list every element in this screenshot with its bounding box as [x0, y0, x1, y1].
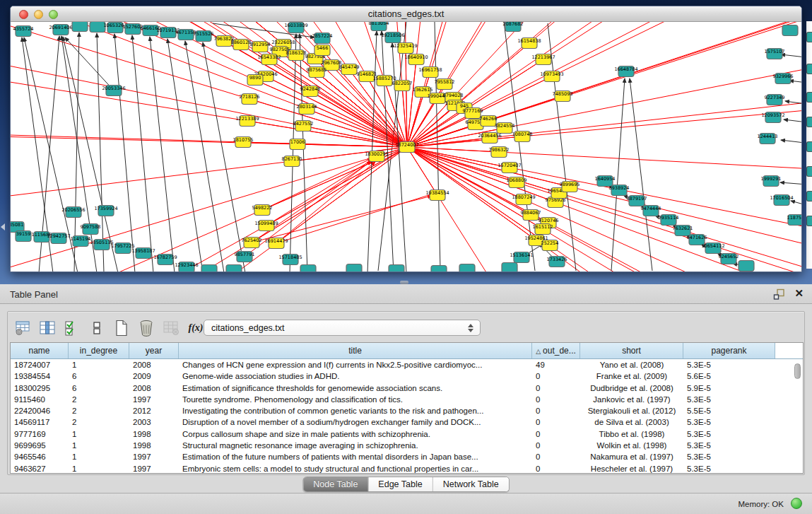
- table-row[interactable]: 946554611997Estimation of the future num…: [11, 451, 803, 462]
- graph-node-label: 15099489: [254, 221, 278, 226]
- graph-node: [806, 117, 812, 127]
- graph-svg[interactable]: 1872400779638228860128891295423226058982…: [11, 22, 802, 272]
- table-cell: 5.3E-5: [683, 463, 775, 474]
- tab-network-table[interactable]: Network Table: [433, 477, 509, 491]
- table-cell: 9115460: [11, 394, 69, 405]
- table-cell: 1998: [129, 428, 179, 440]
- graph-node[interactable]: [346, 264, 362, 273]
- column-header-title[interactable]: title: [179, 343, 532, 358]
- close-panel-icon[interactable]: ✕: [794, 287, 804, 300]
- column-header-short[interactable]: short: [580, 343, 683, 358]
- table-settings-icon[interactable]: [13, 319, 32, 337]
- graph-node-label: 9890: [249, 75, 261, 81]
- select-rows-icon[interactable]: [63, 319, 81, 337]
- graph-node-label: 9227349: [765, 95, 785, 100]
- table-cell: 5.5E-5: [683, 405, 775, 416]
- graph-node-label: 12942757: [47, 233, 70, 239]
- tab-edge-table[interactable]: Edge Table: [368, 477, 433, 491]
- graph-node-label: 7632621: [673, 226, 693, 231]
- table-row[interactable]: 1830029562008Estimation of significance …: [11, 382, 803, 394]
- graph-node[interactable]: [502, 263, 517, 273]
- table-select-dropdown[interactable]: citations_edges.txt: [204, 320, 481, 336]
- table-row[interactable]: 2242004622012Investigating the contribut…: [11, 405, 803, 416]
- fx-label: f(x): [189, 322, 204, 334]
- graph-node[interactable]: [72, 22, 88, 32]
- memory-status-label: Memory: OK: [738, 500, 784, 508]
- graph-node-label: 1733426: [547, 257, 567, 262]
- function-icon[interactable]: f(x): [187, 319, 205, 337]
- graph-node[interactable]: [431, 266, 447, 273]
- rows-icon[interactable]: [88, 319, 106, 337]
- header-filler: [775, 343, 803, 358]
- graph-node[interactable]: [459, 264, 475, 273]
- float-panel-icon[interactable]: [773, 288, 785, 300]
- table-scrollbar[interactable]: [794, 362, 801, 474]
- table-cell: 5.3E-5: [683, 428, 775, 440]
- graph-node-label: 1999291: [761, 176, 782, 182]
- table-cell: Tibbo et al. (1998): [580, 428, 683, 440]
- graph-node[interactable]: [782, 25, 798, 36]
- table-row[interactable]: 969969511998Structural magnetic resonanc…: [11, 440, 803, 451]
- node-attribute-table[interactable]: namein_degreeyeartitle△out_de...shortpag…: [10, 342, 804, 474]
- graph-node-label: 17006: [290, 139, 305, 145]
- table-panel-body: f(x) citations_edges.txt namein_degreeye…: [7, 311, 805, 475]
- graph-node-label: 8454749: [339, 64, 360, 70]
- table-row[interactable]: 977716911998Corpus callosum shape and si…: [11, 428, 803, 440]
- column-header-pagerank[interactable]: pagerank: [683, 343, 775, 358]
- window-title: citations_edges.txt: [11, 8, 801, 19]
- table-cell: 18300295: [11, 382, 69, 394]
- graph-node-label: 6879197: [627, 196, 647, 201]
- table-row[interactable]: 1938455462009Genome-wide association stu…: [11, 370, 803, 382]
- graph-node-label: 2803144: [297, 104, 317, 110]
- table-cell: Disruption of a novel member of a sodium…: [179, 416, 532, 428]
- table-row[interactable]: 946362711997Embryonic stem cells: a mode…: [11, 463, 803, 474]
- table-cell: 2008: [129, 382, 179, 394]
- scrollbar-thumb[interactable]: [794, 363, 801, 379]
- table-row[interactable]: 1456911722003Disruption of a novel membe…: [11, 416, 803, 428]
- graph-node-label: 9329966: [773, 74, 794, 79]
- table-cell: de Silva et al. (2003): [580, 416, 683, 428]
- network-window-titlebar[interactable]: citations_edges.txt: [11, 6, 801, 22]
- graph-node-label: 12325419: [394, 43, 417, 49]
- column-header-year[interactable]: year: [129, 343, 179, 358]
- graph-node[interactable]: [739, 261, 754, 271]
- graph-node-label: 23226058: [271, 40, 295, 45]
- table-cell: 2: [69, 405, 129, 416]
- tab-node-table[interactable]: Node Table: [303, 477, 368, 491]
- graph-node-label: 9899695: [560, 182, 580, 187]
- new-table-icon[interactable]: [112, 319, 131, 337]
- table-type-tabbar: Node TableEdge TableNetwork Table: [0, 477, 812, 493]
- background-network-strip: [806, 21, 812, 269]
- graph-node[interactable]: [389, 265, 404, 273]
- graph-node-label: 1362615: [413, 87, 433, 93]
- graph-node[interactable]: [226, 265, 242, 273]
- table-cell: Changes of HCN gene expression and I(f) …: [179, 359, 532, 370]
- table-cell: Franke et al. (2009): [580, 370, 683, 382]
- collapse-arrow-icon[interactable]: [1, 223, 5, 230]
- table-cell: Investigating the contribution of common…: [179, 405, 532, 416]
- table-row[interactable]: 1872400712008Changes of HCN gene express…: [11, 359, 803, 370]
- graph-node-label: 16914479: [264, 238, 288, 244]
- column-header-name[interactable]: name: [11, 343, 69, 358]
- column-edit-icon[interactable]: [38, 319, 57, 337]
- column-header-indegree[interactable]: in_degree: [69, 343, 129, 358]
- graph-node-label: 9120746: [539, 218, 559, 223]
- table-row[interactable]: 911546021997Tourette syndrome. Phenomeno…: [11, 394, 803, 405]
- graph-node-label: 20206556: [61, 207, 85, 213]
- delete-icon[interactable]: [137, 319, 155, 337]
- graph-node-label: 12213967: [531, 54, 555, 60]
- graph-node-label: 8860128: [231, 40, 252, 45]
- status-bar: Memory: OK: [0, 493, 812, 514]
- table-cell: 9465546: [11, 451, 69, 462]
- graph-node-label: 9777169: [463, 108, 483, 114]
- table-cell: 0: [532, 416, 580, 428]
- graph-node[interactable]: [300, 265, 316, 273]
- graph-node[interactable]: [201, 265, 217, 273]
- table-cell: 9699695: [11, 440, 69, 451]
- column-header-outde[interactable]: △out_de...: [532, 343, 580, 358]
- graph-node-label: 8427552: [293, 121, 314, 127]
- graph-node-label: 6471626: [687, 235, 707, 240]
- graph-node-label: 15136141: [510, 252, 533, 258]
- memory-ok-indicator-icon[interactable]: [791, 498, 802, 509]
- table-cell: 49: [532, 359, 580, 370]
